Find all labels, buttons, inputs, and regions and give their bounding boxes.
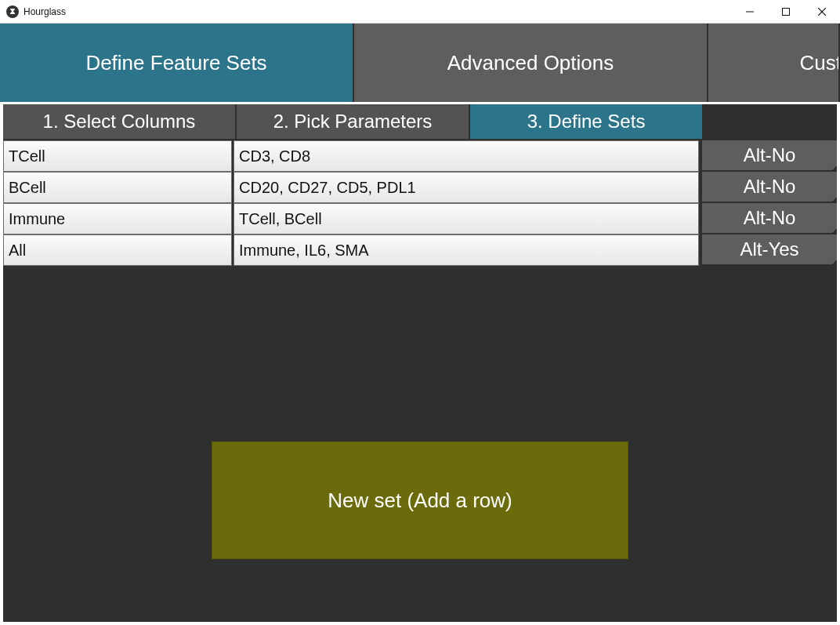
sub-tab-bar: 1. Select Columns 2. Pick Parameters 3. … [3, 104, 837, 139]
table-row: All Immune, IL6, SMA Alt-Yes [3, 234, 837, 266]
tab-define-feature-sets[interactable]: Define Feature Sets [0, 24, 354, 102]
alt-toggle-button[interactable]: Alt-No [702, 172, 837, 203]
content-panel: 1. Select Columns 2. Pick Parameters 3. … [0, 102, 840, 625]
titlebar-left: Hourglass [0, 5, 732, 18]
sub-tab-label: 1. Select Columns [43, 111, 196, 133]
set-members-input[interactable]: TCell, BCell [234, 203, 699, 234]
sub-tab-label: 2. Pick Parameters [273, 111, 433, 133]
tab-label: Define Feature Sets [85, 51, 266, 75]
close-button[interactable] [804, 0, 840, 23]
set-name-input[interactable]: Immune [3, 203, 232, 234]
window-title: Hourglass [24, 6, 66, 17]
new-set-button[interactable]: New set (Add a row) [212, 441, 628, 559]
sub-tab-select-columns[interactable]: 1. Select Columns [3, 104, 237, 139]
window-titlebar: Hourglass [0, 0, 840, 24]
app-icon [6, 5, 19, 18]
set-name-input[interactable]: TCell [3, 140, 232, 172]
minimize-button[interactable] [732, 0, 768, 23]
table-row: BCell CD20, CD27, CD5, PDL1 Alt-No [3, 172, 837, 203]
set-members-input[interactable]: CD3, CD8 [234, 140, 699, 172]
sub-tab-label: 3. Define Sets [527, 111, 646, 133]
maximize-button[interactable] [768, 0, 804, 23]
table-row: Immune TCell, BCell Alt-No [3, 203, 837, 234]
set-members-input[interactable]: Immune, IL6, SMA [234, 234, 699, 266]
tab-advanced-options[interactable]: Advanced Options [354, 24, 708, 102]
tab-label: Advanced Options [447, 51, 614, 75]
sub-tab-pick-parameters[interactable]: 2. Pick Parameters [237, 104, 470, 139]
alt-toggle-button[interactable]: Alt-No [702, 203, 837, 234]
table-row: TCell CD3, CD8 Alt-No [3, 140, 837, 172]
alt-toggle-button[interactable]: Alt-Yes [702, 234, 837, 266]
new-set-area: New set (Add a row) [3, 266, 837, 622]
tab-label: Cust [800, 51, 840, 75]
alt-toggle-button[interactable]: Alt-No [702, 140, 837, 172]
tab-custom[interactable]: Cust [708, 24, 840, 102]
set-name-input[interactable]: All [3, 234, 232, 266]
set-members-input[interactable]: CD20, CD27, CD5, PDL1 [234, 172, 699, 203]
feature-set-rows: TCell CD3, CD8 Alt-No BCell CD20, CD27, … [3, 139, 837, 266]
window-controls [732, 0, 840, 23]
svg-rect-1 [783, 8, 790, 15]
set-name-input[interactable]: BCell [3, 172, 232, 203]
sub-tab-define-sets[interactable]: 3. Define Sets [470, 104, 704, 139]
main-tab-bar: Define Feature Sets Advanced Options Cus… [0, 24, 840, 102]
